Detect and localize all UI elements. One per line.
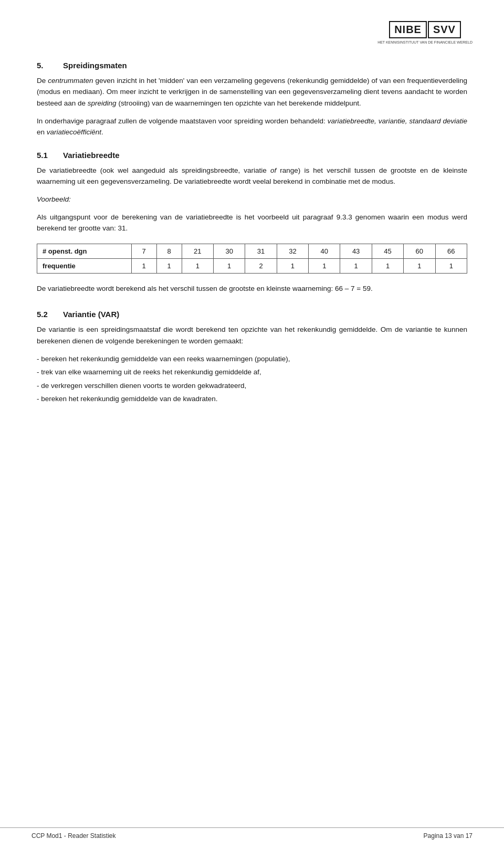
table-row-header: # openst. dgn 7 8 21 30 31 32 40 43 45 6… — [37, 244, 467, 258]
section51-p1: De variatiebreedte (ook wel aangeduid al… — [37, 165, 467, 187]
table-freq-label: frequentie — [37, 258, 132, 273]
section5-heading: 5. Spreidingsmaten — [37, 61, 467, 70]
section51-number: 5.1 — [37, 151, 52, 160]
logo-subtitle: HET KENNISINSTITUUT VAN DE FINANCIELE WE… — [377, 40, 472, 45]
footer-right: Pagina 13 van 17 — [424, 832, 472, 839]
section5-title: Spreidingsmaten — [63, 61, 127, 70]
section5-p2: In onderhavige paragraaf zullen de volge… — [37, 116, 467, 138]
logo-svv: SVV — [428, 21, 461, 38]
section51-conclusion: De variatiebreedte wordt berekend als he… — [37, 283, 467, 295]
logo-area: NIBE SVV HET KENNISINSTITUUT VAN DE FINA… — [377, 21, 472, 45]
table-freq-5: 2 — [245, 258, 277, 273]
page-header: NIBE SVV HET KENNISINSTITUUT VAN DE FINA… — [32, 21, 472, 45]
section51-title: Variatiebreedte — [63, 151, 120, 160]
section52-p1: De variantie is een spreidingsmaatstaf d… — [37, 324, 467, 347]
section5-intro: De centrummaten geven inzicht in het 'mi… — [37, 75, 467, 109]
page-container: NIBE SVV HET KENNISINSTITUUT VAN DE FINA… — [0, 0, 504, 850]
table-cell-31: 31 — [245, 244, 277, 258]
table-cell-label: # openst. dgn — [37, 244, 132, 258]
section51-example-label: Voorbeeld: — [37, 194, 467, 205]
section52-number: 5.2 — [37, 310, 52, 319]
section5-number: 5. — [37, 61, 52, 70]
logo-nibe: NIBE — [389, 21, 427, 38]
table-freq-4: 1 — [214, 258, 245, 273]
table-cell-32: 32 — [277, 244, 308, 258]
table-cell-60: 60 — [404, 244, 435, 258]
table-cell-45: 45 — [372, 244, 403, 258]
table-freq-3: 1 — [182, 258, 213, 273]
footer-left: CCP Mod1 - Reader Statistiek — [32, 832, 116, 839]
table-freq-6: 1 — [277, 258, 308, 273]
section51-heading: 5.1 Variatiebreedte — [37, 151, 467, 160]
table-cell-66: 66 — [435, 244, 467, 258]
table-freq-2: 1 — [156, 258, 182, 273]
table-cell-43: 43 — [340, 244, 372, 258]
table-cell-30: 30 — [214, 244, 245, 258]
data-table: # openst. dgn 7 8 21 30 31 32 40 43 45 6… — [37, 244, 467, 274]
list-item: bereken het rekenkundig gemiddelde van d… — [37, 393, 467, 405]
table-cell-40: 40 — [309, 244, 340, 258]
table-freq-9: 1 — [372, 258, 403, 273]
list-item: de verkregen verschillen dienen voorts t… — [37, 380, 467, 392]
table-freq-8: 1 — [340, 258, 372, 273]
section52-title: Variantie (VAR) — [63, 310, 119, 319]
section52-bullet-list: bereken het rekenkundig gemiddelde van e… — [37, 353, 467, 405]
table-freq-7: 1 — [309, 258, 340, 273]
section51-example-text: Als uitgangspunt voor de berekening van … — [37, 212, 467, 234]
table-freq-1: 1 — [131, 258, 156, 273]
table-cell-7: 7 — [131, 244, 156, 258]
page-footer: CCP Mod1 - Reader Statistiek Pagina 13 v… — [0, 827, 504, 839]
table-freq-11: 1 — [435, 258, 467, 273]
table-row-freq: frequentie 1 1 1 1 2 1 1 1 1 1 1 — [37, 258, 467, 273]
table-freq-10: 1 — [404, 258, 435, 273]
list-item: trek van elke waarneming uit de reeks he… — [37, 366, 467, 378]
table-cell-21: 21 — [182, 244, 213, 258]
table-cell-8: 8 — [156, 244, 182, 258]
main-content: 5. Spreidingsmaten De centrummaten geven… — [32, 61, 472, 405]
list-item: bereken het rekenkundig gemiddelde van e… — [37, 353, 467, 365]
section52-heading: 5.2 Variantie (VAR) — [37, 310, 467, 319]
